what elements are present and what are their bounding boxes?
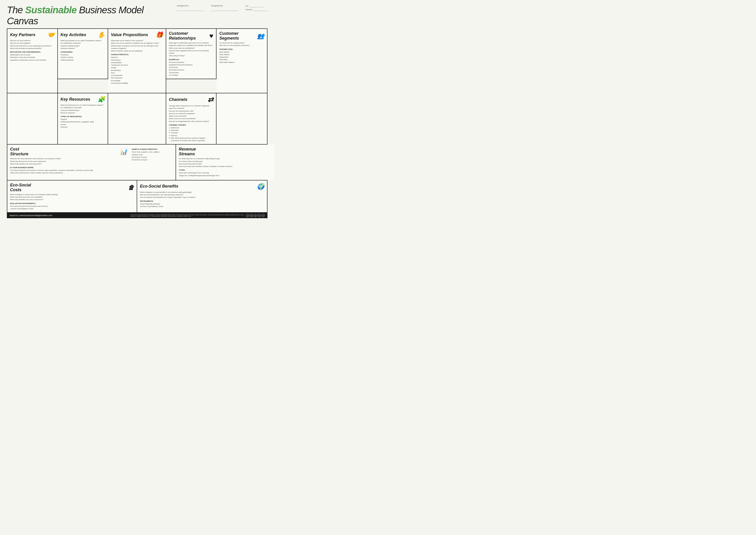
revenue-streams-title-row: Revenue Streams bbox=[179, 147, 274, 156]
customer-relationships-cell: Customer Relationships What type of rela… bbox=[166, 29, 217, 79]
title-prefix: The bbox=[7, 5, 25, 15]
header: The Sustainable Business Model Canvas De… bbox=[7, 5, 267, 27]
cost-structure-business-text: Cost Driven (leanest cost structure, low… bbox=[10, 169, 127, 174]
canvas-row2: Key Resources What Key Resources do our … bbox=[7, 93, 267, 145]
people-icon bbox=[257, 32, 264, 40]
cost-structure-sample-text: Fixed Costs (salaries, rents, utilities)… bbox=[132, 151, 173, 161]
revenue-streams-cell: Revenue Streams For what value are our c… bbox=[176, 145, 274, 180]
revenue-streams-types-label: TYPES: bbox=[179, 169, 274, 171]
globe-icon bbox=[257, 183, 264, 190]
canvas-row1: Key Partners Who are our Key Partners? W… bbox=[7, 29, 267, 93]
customer-segments-possibilities-label: POSSIBILITIES: bbox=[219, 48, 264, 50]
hand-icon bbox=[97, 31, 105, 39]
gift-icon bbox=[156, 31, 163, 39]
eco-social-costs-cell: Eco-Social Costs What ecological or soci… bbox=[7, 181, 137, 212]
key-partners-title: Key Partners bbox=[10, 33, 36, 37]
value-propositions-characteristics-label: CHARACTERISTICS: bbox=[111, 53, 163, 56]
eco-social-costs-title: Eco-Social Costs bbox=[10, 183, 41, 192]
cc-icon-by: by bbox=[250, 214, 253, 217]
key-activities-title: Key Activites bbox=[61, 33, 86, 37]
heart-icon bbox=[209, 32, 213, 40]
designed-by-group: Designed by: bbox=[211, 5, 238, 11]
eco-social-benefits-cell: Eco-Social Benefits What ecological or s… bbox=[137, 181, 267, 212]
value-propositions-spacer bbox=[108, 93, 166, 144]
canvas-row4: Eco-Social Costs What ecological or soci… bbox=[7, 181, 267, 212]
cost-structure-questions: What are the most important costs inhere… bbox=[10, 157, 127, 165]
cc-icon-cc: cc bbox=[246, 214, 249, 217]
key-activities-title-row: Key Activites bbox=[61, 31, 105, 39]
channels-title: Channels bbox=[169, 97, 187, 102]
value-propositions-title-row: Value Propositions bbox=[111, 31, 163, 39]
key-activities-categories: Production Problem Solving Platform/Netw… bbox=[61, 53, 105, 61]
eco-social-benefits-instruments-label: INSTRUMENTS: bbox=[140, 200, 264, 202]
footer-right: This work is licensed under the Creative… bbox=[130, 214, 265, 217]
key-partners-title-row: Key Partners bbox=[10, 31, 55, 39]
value-propositions-characteristics: Newness Performance Customization "Getti… bbox=[111, 56, 163, 84]
canvas: Key Partners Who are our Key Partners? W… bbox=[7, 28, 267, 213]
key-partners-questions: Who are our Key Partners? Who are our ke… bbox=[10, 39, 55, 50]
cc-icon-sa: sa bbox=[254, 214, 257, 217]
key-partners-cell: Key Partners Who are our Key Partners? W… bbox=[7, 29, 58, 93]
channels-title-row: Channels bbox=[169, 96, 213, 104]
header-fields: Designed for: Designed by: On: Version: bbox=[177, 5, 267, 11]
designed-for-input[interactable] bbox=[177, 8, 204, 11]
customer-segments-cell: Customer Segments For whom are we creati… bbox=[216, 29, 267, 93]
chart-icon bbox=[120, 148, 127, 155]
key-resources-title: Key Resources bbox=[61, 97, 90, 102]
channels-phases: 1. Awareness 2. Evaluation 3. Purchase 4… bbox=[169, 127, 213, 142]
key-partners-spacer bbox=[7, 93, 58, 144]
handshake-icon bbox=[47, 31, 55, 39]
key-resources-cell: Key Resources What Key Resources do our … bbox=[58, 93, 108, 144]
customer-relationships-title: Customer Relationships bbox=[169, 31, 209, 41]
customer-segments-possibilities: Mass Market Niche Market Segmented Diver… bbox=[219, 51, 264, 64]
title-block: The Sustainable Business Model Canvas bbox=[7, 5, 177, 27]
customer-relationships-questions: What type of relationship does each of o… bbox=[169, 42, 213, 57]
key-activities-questions: What Key Activites do our Value Proposit… bbox=[61, 39, 105, 50]
designed-by-input[interactable] bbox=[211, 8, 238, 11]
customer-segments-title: Customer Segments bbox=[219, 31, 257, 41]
eco-social-benefits-title-row: Eco-Social Benefits bbox=[140, 183, 264, 190]
designed-for-group: Designed for: bbox=[177, 5, 204, 11]
eco-social-costs-eval-text: Life-Cycle Assessment (of products and s… bbox=[10, 205, 134, 210]
cc-icon-nd: nd bbox=[261, 214, 265, 217]
eco-social-benefits-instruments-text: Social Reporting Standard Common Good Ba… bbox=[140, 203, 264, 208]
trash-icon bbox=[128, 184, 134, 191]
channels-phases-label: CHANNEL PHASES: bbox=[169, 124, 213, 126]
footer-license: This work is licensed under the Creative… bbox=[130, 214, 245, 217]
revenue-streams-questions: For what value are our customers really … bbox=[179, 157, 274, 168]
channels-questions: Through which Channels do our Customer S… bbox=[169, 104, 213, 123]
key-resources-types-label: TYPES OF RESOURCES: bbox=[61, 116, 105, 118]
customer-relationships-examples: Personal Assistance Dedicated Personal A… bbox=[169, 61, 213, 77]
puzzle-icon bbox=[97, 96, 105, 103]
on-row: On: bbox=[245, 5, 267, 7]
eco-social-costs-eval-label: EVALUATION INSTRUMENTS: bbox=[10, 202, 134, 205]
designed-fields: Designed for: Designed by: On: Version: bbox=[177, 5, 267, 11]
canvas-row3: Cost Structure What are the most importa… bbox=[7, 145, 267, 181]
version-input[interactable] bbox=[254, 8, 267, 11]
shuffle-icon bbox=[207, 96, 213, 104]
customer-segments-questions: For whom are we creating value? Who are … bbox=[219, 42, 264, 47]
designed-for-label: Designed for: bbox=[177, 5, 204, 7]
eco-social-costs-title-row: Eco-Social Costs bbox=[10, 183, 134, 192]
on-input[interactable] bbox=[250, 5, 263, 7]
version-label: Version: bbox=[245, 9, 253, 11]
value-propositions-questions: What value do we deliver to the customer… bbox=[111, 39, 163, 52]
eco-social-benefits-title: Eco-Social Benefits bbox=[140, 184, 178, 189]
eco-social-benefits-questions: What ecological or social benefits is ou… bbox=[140, 191, 264, 199]
cc-icons-group: cc by sa nc nd bbox=[246, 214, 265, 217]
key-activities-categories-label: CATEGORIES: bbox=[61, 51, 105, 53]
revenue-streams-left: Revenue Streams For what value are our c… bbox=[179, 147, 274, 178]
customer-segments-spacer bbox=[216, 93, 267, 144]
cost-structure-left: Cost Structure What are the most importa… bbox=[10, 147, 127, 174]
cc-icon-nc: nc bbox=[257, 214, 261, 217]
cost-structure-title-row: Cost Structure bbox=[10, 147, 127, 156]
key-partners-motivation-text: Optimization and economy Reduction of ri… bbox=[10, 53, 55, 61]
footer-based-on: Based on: www.businessmodelgeneration.co… bbox=[10, 214, 52, 217]
value-propositions-title: Value Propositions bbox=[111, 33, 148, 37]
customer-relationships-examples-label: EXAMPLES: bbox=[169, 59, 213, 61]
cost-structure-sample-label: SAMPLE CHARACTERISTICS: bbox=[132, 148, 173, 150]
on-label: On: bbox=[245, 5, 249, 7]
revenue-streams-types: Asset Sale Subscription Fees Licensing U… bbox=[179, 172, 274, 177]
customer-relationships-title-row: Customer Relationships bbox=[169, 31, 213, 41]
designed-by-label: Designed by: bbox=[211, 5, 238, 7]
